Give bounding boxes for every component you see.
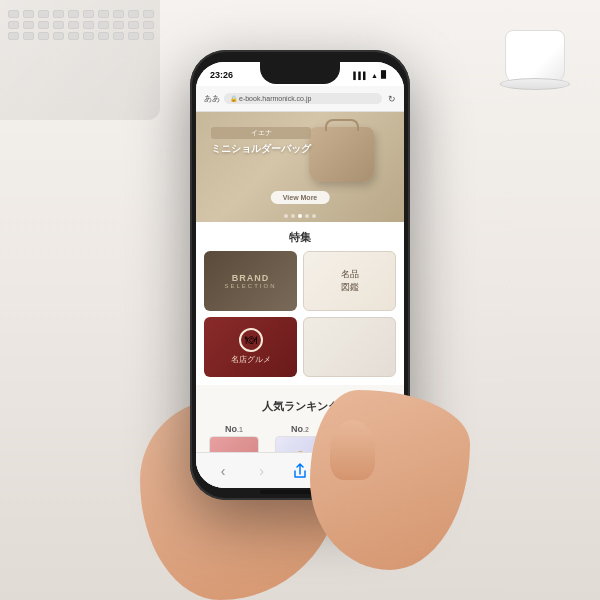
featured-section: 特集 BRAND SELECTION 名品図鑑 🍽 名店グルメ [196, 222, 404, 385]
status-time: 23:26 [210, 70, 233, 80]
right-hand [310, 390, 470, 570]
url-text: e-book.harmonick.co.jp [239, 95, 311, 102]
brand-subtitle: SELECTION [224, 283, 276, 289]
signal-icon: ▌▌▌ [353, 72, 368, 79]
brand-title: BRAND [232, 273, 270, 283]
reload-button[interactable]: ↻ [388, 94, 396, 104]
view-more-button[interactable]: View More [271, 191, 330, 204]
finger-tip [330, 420, 375, 480]
coffee-cup [500, 20, 570, 90]
rank-badge-2: No.2 [291, 424, 309, 434]
gurume-text: 名店グルメ [231, 354, 271, 365]
brand-selection-card[interactable]: BRAND SELECTION [204, 251, 297, 311]
hero-banner: イエナ ミニショルダーバッグ View More [196, 112, 404, 222]
lock-icon: 🔒 [230, 95, 237, 102]
gurume-icon: 🍽 [239, 328, 263, 352]
scene: 23:26 ▌▌▌ ▲ ▉ ああ 🔒 e-book.harmonick.co.j… [0, 0, 600, 600]
bag-image [309, 127, 374, 182]
hands: 23:26 ▌▌▌ ▲ ▉ ああ 🔒 e-book.harmonick.co.j… [130, 20, 470, 600]
hero-brand-label: イエナ [211, 127, 311, 139]
dot-3[interactable] [298, 214, 302, 218]
extra-card[interactable] [303, 317, 396, 377]
gurume-card[interactable]: 🍽 名店グルメ [204, 317, 297, 377]
wifi-icon: ▲ [371, 72, 378, 79]
back-button[interactable]: ‹ [209, 457, 237, 485]
browser-aa-button[interactable]: ああ [204, 93, 220, 104]
notch [260, 62, 340, 84]
browser-url-bar[interactable]: 🔒 e-book.harmonick.co.jp [224, 93, 382, 104]
battery-icon: ▉ [381, 71, 386, 79]
forward-button[interactable]: › [248, 457, 276, 485]
status-icons: ▌▌▌ ▲ ▉ [353, 71, 386, 79]
hero-text: イエナ ミニショルダーバッグ [211, 127, 311, 155]
browser-bar: ああ 🔒 e-book.harmonick.co.jp ↻ [196, 86, 404, 112]
rank-badge-1: No.1 [225, 424, 243, 434]
carousel-dots [284, 214, 316, 218]
featured-section-title: 特集 [196, 222, 404, 251]
meisho-card[interactable]: 名品図鑑 [303, 251, 396, 311]
dot-2 [291, 214, 295, 218]
dot-1 [284, 214, 288, 218]
feature-grid: BRAND SELECTION 名品図鑑 🍽 名店グルメ [196, 251, 404, 385]
dot-5 [312, 214, 316, 218]
meisho-text: 名品図鑑 [341, 268, 359, 293]
hero-title: ミニショルダーバッグ [211, 142, 311, 155]
dot-4 [305, 214, 309, 218]
